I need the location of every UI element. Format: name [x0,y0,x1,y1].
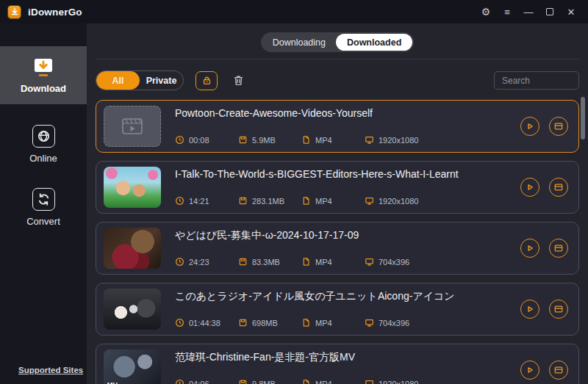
duration: 01:44:38 [189,319,220,327]
search-input[interactable] [494,71,579,90]
sidebar-item-convert[interactable]: Convert [0,184,87,231]
filter-all-button[interactable]: All [96,71,140,90]
resolution: 1920x1080 [379,136,418,145]
private-lock-button[interactable] [196,71,218,90]
video-meta: 04:06 9.8MB MP4 1920x1080 [175,379,513,384]
storage-icon [238,257,248,267]
maximize-icon[interactable] [542,4,558,20]
monitor-download-icon [32,57,55,78]
storage-icon [238,196,248,206]
download-item[interactable]: このあとラジオ-アイドル風女の子ユニットAicong-アイコン 01:44:38… [96,283,579,336]
video-thumbnail: MV [104,349,161,384]
open-folder-button[interactable] [549,117,568,136]
sidebar-item-online[interactable]: Online [0,120,87,167]
monitor-icon [365,318,374,327]
clock-icon [175,379,184,384]
video-thumbnail [104,167,161,208]
video-meta: 14:21 283.1MB MP4 1920x1080 [175,196,513,206]
resolution: 704x396 [379,258,409,267]
resolution: 704x396 [379,319,409,327]
file-icon [301,379,311,384]
app-window: iDownerGo ⚙ ≡ — ✕ Download [0,0,588,384]
sync-arrows-icon [32,188,55,211]
video-title: やどはび民-募集中-ω-2024-10-17-17-09 [175,229,513,242]
app-title: iDownerGo [28,7,82,18]
resolution: 1920x1080 [379,197,418,206]
open-folder-button[interactable] [549,178,568,197]
settings-icon[interactable]: ⚙ [478,4,494,20]
tab-downloaded[interactable]: Downloaded [336,34,412,51]
download-list: Powtoon-Create-Awesome-Videos-Yourself 0… [96,100,579,384]
file-icon [301,318,311,327]
open-folder-button[interactable] [549,361,568,380]
duration: 00:08 [189,136,209,145]
format: MP4 [315,258,332,267]
video-title: 范瑋琪-Christine-Fan-是非題-官方版MV [175,351,513,364]
video-title: Powtoon-Create-Awesome-Videos-Yourself [175,107,513,119]
play-button[interactable] [520,239,539,258]
download-item[interactable]: やどはび民-募集中-ω-2024-10-17-17-09 24:23 83.3M… [96,222,579,275]
format: MP4 [315,319,332,327]
storage-icon [238,379,248,384]
sidebar-item-label: Download [21,83,66,94]
video-meta: 01:44:38 698MB MP4 704x396 [175,318,513,327]
download-item[interactable]: Powtoon-Create-Awesome-Videos-Yourself 0… [96,100,579,153]
file-icon [301,257,311,267]
storage-icon [238,135,248,145]
duration: 14:21 [189,197,209,206]
video-title: I-Talk-To-The-World-s-BIGGEST-Editors-He… [175,168,513,180]
monitor-icon [365,257,374,267]
video-thumbnail [104,106,161,147]
play-button[interactable] [520,178,539,197]
minimize-icon[interactable]: — [520,4,537,20]
menu-icon[interactable]: ≡ [499,4,515,20]
monitor-icon [365,196,374,206]
open-folder-button[interactable] [549,300,568,319]
separator [96,59,579,59]
play-button[interactable] [520,361,539,380]
clock-icon [175,196,184,206]
play-button[interactable] [520,117,539,136]
file-size: 83.3MB [252,258,280,267]
monitor-icon [365,379,374,384]
titlebar: iDownerGo ⚙ ≡ — ✕ [0,0,588,23]
file-size: 5.9MB [252,136,276,145]
monitor-icon [365,135,374,145]
sidebar-item-download[interactable]: Download [0,46,87,104]
window-controls: ⚙ ≡ — ✕ [478,4,579,20]
download-item[interactable]: MV 范瑋琪-Christine-Fan-是非題-官方版MV 04:06 9.8… [96,344,579,384]
filter-private-button[interactable]: Private [140,71,183,90]
duration: 24:23 [189,258,209,267]
download-state-tabs: Downloading Downloaded [261,32,415,52]
mv-badge: MV [107,380,117,384]
video-title: このあとラジオ-アイドル風女の子ユニットAicong-アイコン [175,290,513,303]
video-meta: 24:23 83.3MB MP4 704x396 [175,257,513,267]
download-item[interactable]: I-Talk-To-The-World-s-BIGGEST-Editors-He… [96,161,579,214]
sidebar-item-label: Convert [26,216,60,227]
video-thumbnail [104,228,161,269]
format: MP4 [315,380,332,384]
storage-icon [238,318,248,327]
play-button[interactable] [520,300,539,319]
sidebar: Download Online Convert Supported Sites [0,23,87,384]
main-panel: Downloading Downloaded All Private [87,23,588,384]
globe-icon [32,125,55,148]
tab-downloading[interactable]: Downloading [262,34,336,51]
close-icon[interactable]: ✕ [563,4,579,20]
file-size: 698MB [252,319,278,327]
supported-sites-link[interactable]: Supported Sites [18,366,83,374]
filter-segment: All Private [96,70,184,90]
format: MP4 [315,136,332,145]
clock-icon [175,257,184,267]
video-thumbnail [104,289,161,330]
trash-icon[interactable] [229,71,248,90]
toolbar: All Private [96,70,579,90]
file-size: 283.1MB [252,197,284,206]
scrollbar-thumb[interactable] [581,97,585,140]
video-meta: 00:08 5.9MB MP4 1920x1080 [175,135,513,145]
file-icon [301,196,311,206]
app-logo-icon [7,5,21,19]
duration: 04:06 [189,380,209,384]
open-folder-button[interactable] [549,239,568,258]
format: MP4 [315,197,332,206]
